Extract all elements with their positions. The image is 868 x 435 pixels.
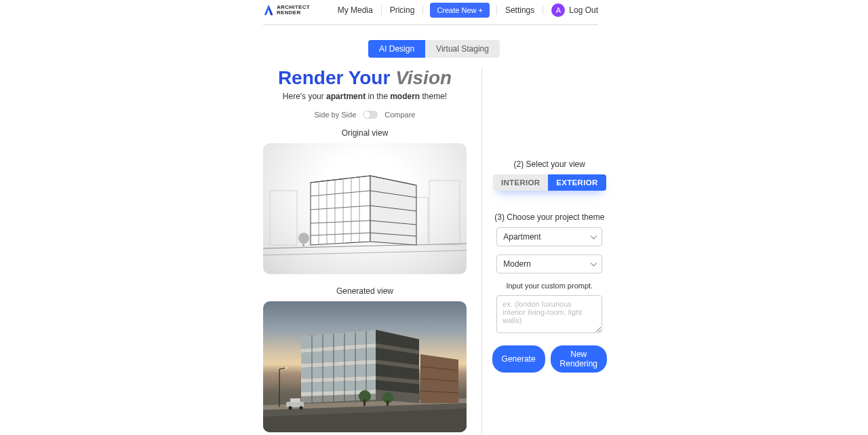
page-title: Render Your Vision	[263, 67, 467, 89]
page-subtitle: Here's your apartment in the modern them…	[263, 92, 467, 101]
label-side-by-side: Side by Side	[314, 111, 356, 119]
create-new-button[interactable]: Create New +	[430, 3, 490, 18]
mode-tabs: AI Design Virtual Staging	[368, 40, 500, 58]
label-original-view: Original view	[263, 128, 467, 138]
svg-line-0	[263, 244, 467, 248]
project-type-select[interactable]: Apartment	[496, 227, 602, 246]
prompt-help-text: Input your custom prompt.	[506, 282, 593, 290]
new-rendering-button[interactable]: New Rendering	[551, 345, 607, 373]
svg-marker-5	[311, 176, 370, 245]
nav-pricing[interactable]: Pricing	[382, 5, 424, 15]
nav-my-media[interactable]: My Media	[330, 5, 382, 15]
svg-point-56	[288, 406, 292, 409]
label-generated-view: Generated view	[263, 286, 467, 296]
original-image	[263, 143, 467, 274]
view-interior-button[interactable]: INTERIOR	[493, 174, 548, 191]
tab-virtual-staging[interactable]: Virtual Staging	[425, 40, 500, 58]
label-compare: Compare	[384, 111, 415, 119]
avatar[interactable]: A	[551, 3, 565, 17]
svg-rect-22	[302, 241, 304, 248]
brand-text: ARCHITECT RENDER	[277, 5, 310, 16]
svg-point-60	[285, 366, 287, 368]
view-toggle-group: INTERIOR EXTERIOR	[493, 174, 606, 191]
view-mode-toggle[interactable]	[363, 111, 378, 119]
nav-settings[interactable]: Settings	[496, 5, 543, 15]
generated-image	[263, 301, 467, 432]
svg-rect-51	[363, 399, 366, 406]
svg-point-57	[299, 406, 302, 409]
style-select[interactable]: Modern	[496, 254, 602, 273]
svg-rect-3	[429, 181, 460, 245]
view-exterior-button[interactable]: EXTERIOR	[548, 174, 606, 191]
custom-prompt-input[interactable]	[496, 295, 602, 333]
svg-rect-55	[290, 398, 300, 402]
label-choose-theme: (3) Choose your project theme	[494, 212, 604, 222]
top-nav: ARCHITECT RENDER My Media Pricing Create…	[263, 0, 598, 25]
label-select-view: (2) Select your view	[514, 159, 585, 169]
tab-ai-design[interactable]: AI Design	[368, 40, 425, 58]
nav-logout[interactable]: Log Out	[569, 5, 598, 15]
generate-button[interactable]: Generate	[492, 345, 545, 373]
svg-line-1	[263, 250, 467, 255]
svg-rect-2	[270, 191, 297, 245]
logo-icon	[263, 4, 274, 16]
svg-rect-53	[387, 400, 389, 406]
brand-logo[interactable]: ARCHITECT RENDER	[263, 4, 310, 16]
svg-marker-26	[420, 354, 458, 403]
